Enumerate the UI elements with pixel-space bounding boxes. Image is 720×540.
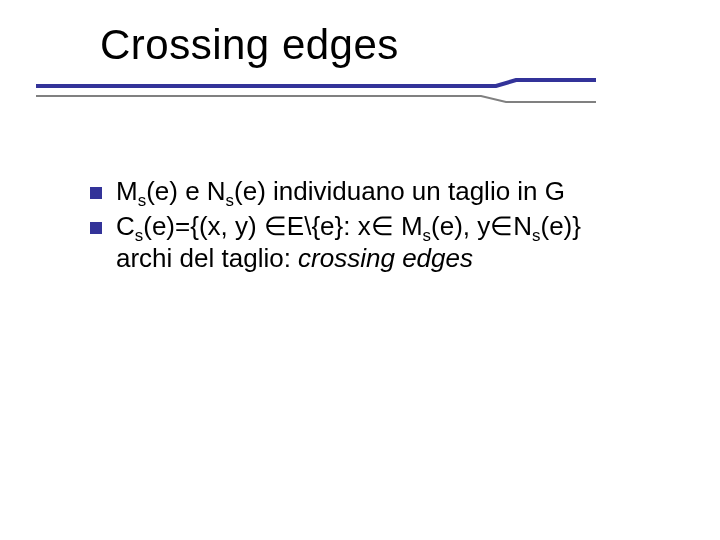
bullet-2-text: Cs(e)={(x, y) ∈E\{e}: x∈ Ms(e), y∈Ns(e)}… xyxy=(116,210,581,275)
title-block: Crossing edges xyxy=(100,22,399,68)
title-underline xyxy=(36,76,596,104)
txt: (e)} xyxy=(541,211,581,241)
txt: (e)={(x, y) ∈E\{e}: x∈ M xyxy=(143,211,422,241)
txt: (e), y∈N xyxy=(431,211,532,241)
emphasis: crossing edges xyxy=(298,243,473,273)
list-item: Ms(e) e Ns(e) individuano un taglio in G xyxy=(90,175,650,208)
body-content: Ms(e) e Ns(e) individuano un taglio in G… xyxy=(90,175,650,277)
sub: s xyxy=(135,226,143,245)
slide: Crossing edges Ms(e) e Ns(e) individuano… xyxy=(0,0,720,540)
txt: (e) individuano un taglio in G xyxy=(234,176,565,206)
sub: s xyxy=(423,226,431,245)
txt: (e) e N xyxy=(146,176,225,206)
bullet-1-text: Ms(e) e Ns(e) individuano un taglio in G xyxy=(116,175,565,208)
txt: M xyxy=(116,176,138,206)
list-item: Cs(e)={(x, y) ∈E\{e}: x∈ Ms(e), y∈Ns(e)}… xyxy=(90,210,650,275)
sub: s xyxy=(138,191,146,210)
txt: archi del taglio: xyxy=(116,243,298,273)
bullet-icon xyxy=(90,222,102,234)
bullet-icon xyxy=(90,187,102,199)
txt: C xyxy=(116,211,135,241)
sub: s xyxy=(226,191,234,210)
sub: s xyxy=(532,226,540,245)
slide-title: Crossing edges xyxy=(100,22,399,68)
